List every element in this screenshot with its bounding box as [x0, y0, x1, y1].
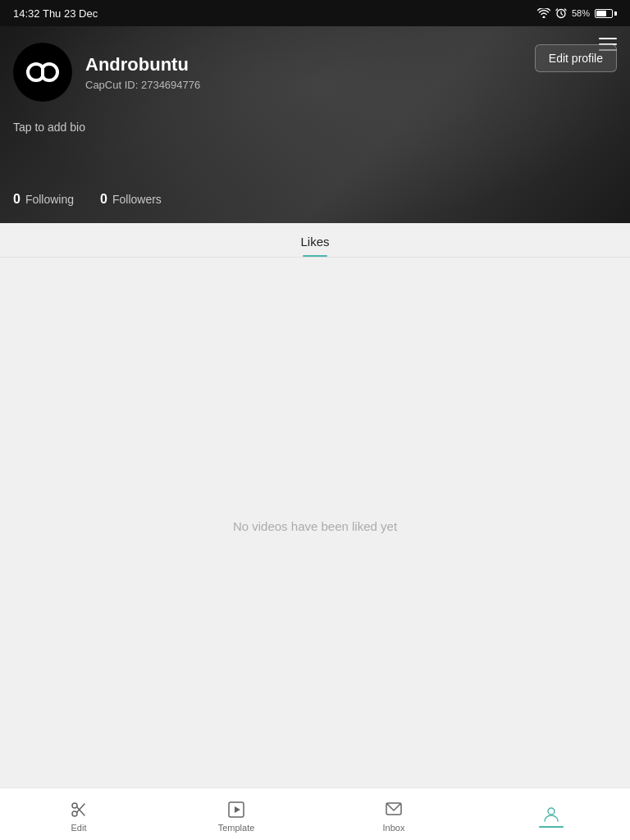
followers-count: 0 — [100, 192, 107, 207]
hamburger-line-1 — [599, 38, 617, 39]
nav-template-label: Template — [218, 823, 255, 833]
nav-inbox-label: Inbox — [383, 823, 405, 833]
tab-likes[interactable]: Likes — [0, 223, 630, 257]
followers-label: Followers — [112, 193, 162, 206]
svg-rect-3 — [32, 68, 41, 76]
nav-active-underline — [539, 826, 564, 828]
tabs-section: Likes — [0, 223, 630, 258]
username: Androbuntu — [85, 54, 200, 75]
inbox-icon — [383, 799, 404, 820]
profile-text: Androbuntu CapCut ID: 2734694776 — [85, 54, 200, 91]
edit-icon — [68, 799, 89, 820]
edit-profile-button[interactable]: Edit profile — [535, 44, 617, 72]
battery-percent: 58% — [572, 8, 590, 18]
following-label: Following — [25, 193, 74, 206]
nav-item-profile[interactable] — [472, 801, 630, 828]
following-stat[interactable]: 0 Following — [0, 192, 87, 207]
avatar-logo-icon — [22, 52, 63, 93]
wifi-icon — [537, 8, 550, 18]
avatar — [13, 43, 72, 102]
nav-item-template[interactable]: Template — [158, 796, 315, 833]
template-icon — [226, 799, 247, 820]
capcut-id: CapCut ID: 2734694776 — [85, 79, 200, 91]
status-icons: 58% — [537, 7, 617, 19]
svg-marker-10 — [235, 806, 240, 813]
stats-row: 0 Following 0 Followers — [0, 192, 175, 207]
nav-item-edit[interactable]: Edit — [0, 796, 158, 833]
battery-icon — [595, 9, 617, 18]
empty-state-message: No videos have been liked yet — [233, 519, 397, 533]
alarm-icon — [555, 7, 567, 19]
profile-info: Androbuntu CapCut ID: 2734694776 — [13, 43, 200, 102]
profile-header: Androbuntu CapCut ID: 2734694776 Edit pr… — [0, 26, 630, 223]
main-content: No videos have been liked yet — [0, 265, 630, 788]
nav-edit-label: Edit — [71, 823, 87, 833]
svg-rect-4 — [44, 68, 53, 76]
profile-icon — [541, 804, 562, 825]
followers-stat[interactable]: 0 Followers — [87, 192, 175, 207]
nav-item-inbox[interactable]: Inbox — [315, 796, 472, 833]
following-count: 0 — [13, 192, 21, 207]
status-time-date: 14:32 Thu 23 Dec — [13, 7, 98, 20]
status-bar: 14:32 Thu 23 Dec 58% — [0, 0, 630, 26]
bio-hint[interactable]: Tap to add bio — [13, 121, 85, 134]
svg-point-11 — [548, 808, 555, 815]
bottom-nav: Edit Template Inbox — [0, 788, 630, 840]
